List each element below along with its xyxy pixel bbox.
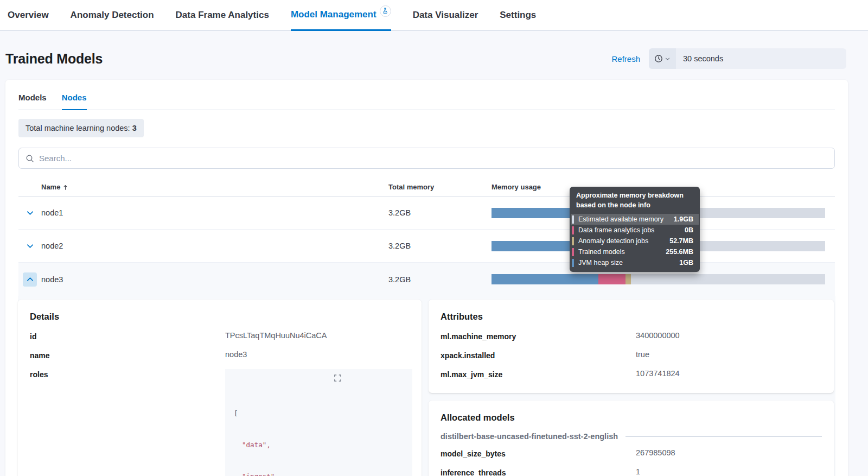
memory-usage-bar <box>492 274 825 284</box>
refresh-interval-value[interactable]: 30 seconds <box>676 48 723 69</box>
nodes-table: Name Total memory Memory usage node1 3.2… <box>18 183 835 476</box>
panel-tabs: Models Nodes <box>18 93 835 110</box>
allocated-models-card: Allocated models distilbert-base-uncased… <box>429 401 834 476</box>
legend-swatch <box>572 237 574 245</box>
nav-tab-data-frame-analytics[interactable]: Data Frame Analytics <box>176 0 269 30</box>
tab-nodes[interactable]: Nodes <box>62 93 87 110</box>
allocated-model-name: distilbert-base-uncased-finetuned-sst-2-… <box>441 432 822 441</box>
refresh-button[interactable]: Refresh <box>611 54 640 64</box>
detail-row-id: id TPcsLTaqTMqHuuNu4iCaCA <box>30 331 410 341</box>
tooltip-row-estimated-available-memory: Estimated available memory 1.9GB <box>571 214 699 225</box>
chevron-down-icon <box>26 242 34 250</box>
node-total-memory: 3.2GB <box>388 208 492 217</box>
total-nodes-badge: Total machine learning nodes: 3 <box>18 119 144 137</box>
node-id-value: TPcsLTaqTMqHuuNu4iCaCA <box>225 331 410 341</box>
attributes-heading: Attributes <box>441 312 822 322</box>
detail-row-name: name node3 <box>30 350 410 360</box>
legend-swatch <box>572 226 574 234</box>
attributes-card: Attributes ml.machine_memory 3400000000 … <box>429 300 834 393</box>
allocated-model-row: inference_threads 1 <box>441 467 822 476</box>
search-input[interactable] <box>39 154 828 163</box>
nav-tab-model-management[interactable]: Model Management <box>291 0 391 31</box>
column-header-total-memory: Total memory <box>388 183 492 191</box>
nav-tab-data-visualizer[interactable]: Data Visualizer <box>413 0 478 30</box>
sort-ascending-icon <box>62 184 68 191</box>
attribute-row: ml.machine_memory 3400000000 <box>441 331 822 341</box>
node-name: node2 <box>41 242 388 250</box>
allocated-models-heading: Allocated models <box>441 412 822 423</box>
tooltip-row-anomaly-detection-jobs: Anomaly detection jobs 52.7MB <box>571 236 699 246</box>
node3-expanded-details: Details id TPcsLTaqTMqHuuNu4iCaCA name n… <box>18 296 835 476</box>
tooltip-row-jvm-heap-size: JVM heap size 1GB <box>571 257 699 268</box>
detail-row-roles: roles [ "data", "ingest", "master", <box>30 369 410 476</box>
search-bar <box>18 148 835 169</box>
tooltip-title: Approximate memory breakdown based on th… <box>570 187 700 214</box>
trained-models-panel: Models Nodes Total machine learning node… <box>5 80 848 476</box>
node-name: node3 <box>41 275 388 284</box>
chevron-down-icon <box>26 209 34 217</box>
tooltip-row-trained-models: Trained models 255.6MB <box>571 246 699 257</box>
column-header-name[interactable]: Name <box>41 183 388 191</box>
quick-select-button[interactable] <box>649 48 676 69</box>
roles-code-block: [ "data", "ingest", "master", "ml", "tra… <box>225 369 412 476</box>
attribute-row: xpack.installed true <box>441 350 822 360</box>
expand-node2-button[interactable] <box>23 239 37 253</box>
nav-tab-anomaly-detection[interactable]: Anomaly Detection <box>71 0 154 30</box>
table-row-node3[interactable]: node3 3.2GB <box>18 263 835 296</box>
chevron-down-icon <box>665 56 671 62</box>
collapse-node3-button[interactable] <box>23 272 37 287</box>
expand-node1-button[interactable] <box>23 206 37 220</box>
legend-swatch <box>572 248 574 256</box>
details-heading: Details <box>30 312 410 322</box>
divider <box>626 436 822 437</box>
allocated-model-row: model_size_bytes 267985098 <box>441 448 822 458</box>
refresh-interval-picker: 30 seconds <box>649 48 846 69</box>
tooltip-row-data-frame-analytics-jobs: Data frame analytics jobs 0B <box>571 225 699 236</box>
fullscreen-icon[interactable] <box>334 374 407 382</box>
tab-models[interactable]: Models <box>18 93 47 110</box>
node-name: node1 <box>41 208 388 217</box>
table-header: Name Total memory Memory usage <box>18 183 835 196</box>
node-total-memory: 3.2GB <box>388 275 492 284</box>
clock-icon <box>654 54 663 63</box>
beaker-icon <box>380 5 391 17</box>
total-nodes-count: 3 <box>132 124 137 132</box>
node-name-value: node3 <box>225 350 410 360</box>
search-icon <box>25 154 34 163</box>
table-row-node1[interactable]: node1 3.2GB <box>18 196 835 230</box>
page-header: Trained Models Refresh 30 seconds <box>0 31 868 69</box>
details-card: Details id TPcsLTaqTMqHuuNu4iCaCA name n… <box>18 300 422 476</box>
legend-swatch <box>572 215 574 224</box>
node-total-memory: 3.2GB <box>388 242 492 250</box>
chevron-up-icon <box>26 275 34 283</box>
attribute-row: ml.max_jvm_size 1073741824 <box>441 369 822 379</box>
table-row-node2[interactable]: node2 3.2GB <box>18 230 835 263</box>
page-title: Trained Models <box>5 51 103 67</box>
legend-swatch <box>572 259 574 267</box>
nav-tab-overview[interactable]: Overview <box>8 0 49 30</box>
nav-tab-settings[interactable]: Settings <box>500 0 536 30</box>
memory-breakdown-tooltip: Approximate memory breakdown based on th… <box>570 187 700 272</box>
top-navigation: Overview Anomaly Detection Data Frame An… <box>0 0 868 31</box>
